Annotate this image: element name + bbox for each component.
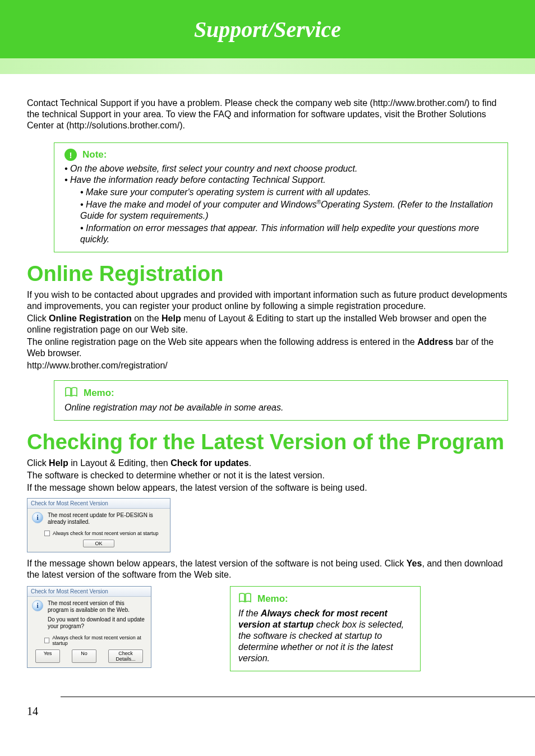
dialog-latest-installed: Check for Most Recent Version i The most… xyxy=(27,498,170,552)
reg-paragraph: Click Online Registration on the Help me… xyxy=(27,313,508,335)
section-heading-registration: Online Registration xyxy=(27,262,508,286)
memo-text: If the Always check for most recent vers… xyxy=(238,608,412,664)
bold-text: Check for updates xyxy=(170,458,249,468)
bold-text: Address xyxy=(417,337,453,347)
check-details-button[interactable]: Check Details... xyxy=(108,649,143,663)
two-column-row: Check for Most Recent Version i The most… xyxy=(27,586,508,671)
page-header: Support/Service xyxy=(0,0,535,58)
dialog-message: The most recent update for PE-DESIGN is … xyxy=(48,512,165,526)
dialog-update-available: Check for Most Recent Version i The most… xyxy=(27,586,151,668)
yes-button[interactable]: Yes xyxy=(35,649,60,663)
dialog-buttons: Yes No Check Details... xyxy=(32,649,146,663)
note-item: On the above website, first select your … xyxy=(64,163,497,174)
dialog-title: Check for Most Recent Version xyxy=(27,587,151,597)
checkbox[interactable] xyxy=(44,638,49,643)
alert-icon: ! xyxy=(64,149,77,161)
text: If the xyxy=(238,609,261,618)
note-subitem-text: Have the make and model of your computer… xyxy=(86,200,317,209)
book-icon xyxy=(64,386,78,400)
memo-header: Memo: xyxy=(238,592,412,606)
text: The online registration page on the Web … xyxy=(27,337,417,347)
dialog-body: i The most recent update for PE-DESIGN i… xyxy=(27,509,170,552)
dialog-body: i The most recent version of this progra… xyxy=(27,597,151,667)
note-subitem: Information on error messages that appea… xyxy=(80,223,497,245)
check-paragraph: Click Help in Layout & Editing, then Che… xyxy=(27,458,508,469)
dialog-screenshot: Check for Most Recent Version i The most… xyxy=(27,498,508,552)
page-footer: 14 xyxy=(0,683,535,723)
text: . xyxy=(249,458,251,468)
note-box: ! Note: On the above website, first sele… xyxy=(54,142,508,252)
footer-rule xyxy=(61,697,535,697)
section-heading-check-version: Checking for the Latest Version of the P… xyxy=(27,431,508,454)
note-label: Note: xyxy=(82,149,107,160)
memo-label: Memo: xyxy=(257,593,288,605)
checkbox-label: Always check for most recent version at … xyxy=(52,635,146,646)
dialog-message-line: The most recent version of this program … xyxy=(48,600,146,614)
memo-header: Memo: xyxy=(64,386,497,400)
memo-box: Memo: If the Always check for most recen… xyxy=(230,586,421,671)
dialog-message-line: Do you want to download it and update yo… xyxy=(48,616,146,630)
memo-box: Memo: Online registration may not be ava… xyxy=(54,380,508,421)
check-paragraph: If the message shown below appears, the … xyxy=(27,558,508,580)
checkbox[interactable] xyxy=(44,531,50,536)
info-icon: i xyxy=(32,512,43,523)
info-icon: i xyxy=(32,600,43,611)
page-content: Contact Technical Support if you have a … xyxy=(0,74,535,683)
ok-button[interactable]: OK xyxy=(83,540,114,547)
header-subbar xyxy=(0,58,535,74)
reg-paragraph: The online registration page on the Web … xyxy=(27,336,508,359)
note-subitem: Have the make and model of your computer… xyxy=(80,199,497,222)
page-number: 14 xyxy=(27,705,38,718)
check-paragraph: If the message shown below appears, the … xyxy=(27,482,508,494)
note-item: Have the information ready before contac… xyxy=(64,174,497,245)
memo-label: Memo: xyxy=(84,388,114,399)
memo-text: Online registration may not be available… xyxy=(64,402,497,413)
text: Click xyxy=(27,314,49,323)
text: on the xyxy=(132,314,162,323)
text: If the message shown below appears, the … xyxy=(27,559,407,568)
bold-text: Yes xyxy=(407,559,422,568)
check-paragraph: The software is checked to determine whe… xyxy=(27,470,508,481)
dialog-buttons: OK xyxy=(32,540,165,547)
intro-paragraph: Contact Technical Support if you have a … xyxy=(27,98,508,131)
page-title: Support/Service xyxy=(194,16,341,43)
reg-paragraph: If you wish to be contacted about upgrad… xyxy=(27,289,508,312)
dialog-checkbox-row: Always check for most recent version at … xyxy=(44,531,165,536)
text: Click xyxy=(27,458,49,468)
note-subitem: Make sure your computer's operating syst… xyxy=(80,187,497,198)
note-header: ! Note: xyxy=(64,149,497,161)
bold-text: Help xyxy=(49,458,68,468)
dialog-title: Check for Most Recent Version xyxy=(27,499,170,509)
book-icon xyxy=(238,592,252,606)
note-sublist: Make sure your computer's operating syst… xyxy=(80,187,497,245)
note-list: On the above website, first select your … xyxy=(64,163,497,245)
bold-text: Online Registration xyxy=(49,314,132,323)
bold-text: Help xyxy=(162,314,181,323)
dialog-checkbox-row: Always check for most recent version at … xyxy=(44,635,146,646)
checkbox-label: Always check for most recent version at … xyxy=(53,531,159,536)
text: in Layout & Editing, then xyxy=(68,458,170,468)
registration-url: http://www.brother.com/registration/ xyxy=(27,360,508,371)
note-item-text: Have the information ready before contac… xyxy=(70,175,326,185)
dialog-message: The most recent version of this program … xyxy=(48,600,146,630)
registered-symbol: ® xyxy=(317,199,321,205)
no-button[interactable]: No xyxy=(72,649,96,663)
